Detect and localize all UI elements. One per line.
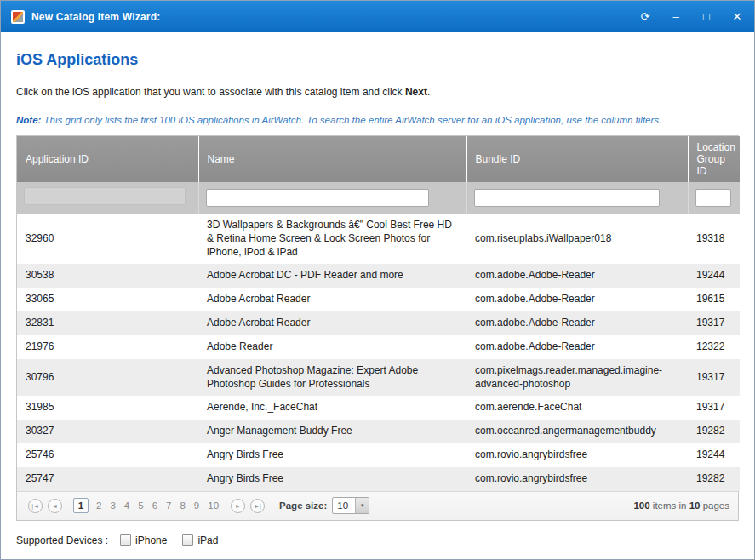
instruction-before: Click on the iOS application that you wa… <box>16 86 405 98</box>
ipad-option: iPad <box>182 534 218 546</box>
filter-application-id-input[interactable] <box>24 187 186 205</box>
cell-application-id: 25746 <box>17 443 198 467</box>
table-row[interactable]: 329603D Wallpapers & Backgrounds â€" Coo… <box>17 214 740 264</box>
first-page-button[interactable]: |◄ <box>28 499 43 513</box>
cell-name: Angry Birds Free <box>198 443 466 467</box>
cell-location-group-id: 19244 <box>688 443 740 467</box>
cell-name: Adobe Reader <box>198 335 466 359</box>
ipad-checkbox[interactable] <box>182 534 193 546</box>
pages-count: 10 <box>689 500 701 511</box>
cell-name: Adobe Acrobat DC - PDF Reader and more <box>198 264 466 288</box>
cell-bundle-id: com.adobe.Adobe-Reader <box>466 311 688 335</box>
applications-grid: Application ID Name Bundle ID Location G… <box>16 135 739 521</box>
page-size-label: Page size: <box>279 500 327 511</box>
cell-name: Aerende, Inc._FaceChat <box>198 396 466 420</box>
page-number-10[interactable]: 10 <box>208 500 219 511</box>
items-count: 100 <box>633 500 649 511</box>
minimize-icon[interactable]: – <box>669 11 683 22</box>
page-number-7[interactable]: 7 <box>166 500 171 511</box>
page-number-2[interactable]: 2 <box>96 500 101 511</box>
table-row[interactable]: 33065Adobe Acrobat Readercom.adobe.Adobe… <box>17 288 740 311</box>
cell-bundle-id: com.adobe.Adobe-Reader <box>466 335 688 359</box>
supported-devices-label: Supported Devices : <box>16 534 108 546</box>
note-label: Note: <box>16 115 41 125</box>
table-row[interactable]: 30538Adobe Acrobat DC - PDF Reader and m… <box>17 264 740 288</box>
page-number-3[interactable]: 3 <box>110 500 115 511</box>
table-row[interactable]: 30327Anger Management Buddy Freecom.ocea… <box>17 420 740 443</box>
instruction-after: . <box>427 86 430 98</box>
cell-name: Anger Management Buddy Free <box>198 420 466 443</box>
instruction-text: Click on the iOS application that you wa… <box>16 86 739 98</box>
cell-location-group-id: 19317 <box>688 311 740 335</box>
table-row[interactable]: 31985Aerende, Inc._FaceChatcom.aerende.F… <box>17 396 740 420</box>
pager-summary: 100 items in 10 pages <box>633 500 729 511</box>
column-header-name[interactable]: Name <box>198 136 466 182</box>
window-controls: ⟳ – □ ✕ <box>638 11 744 22</box>
summary-mid: items in <box>650 500 689 511</box>
next-page-button[interactable]: ► <box>231 499 245 513</box>
cell-bundle-id: com.oceanred.angermanagementbuddy <box>466 420 688 443</box>
cell-bundle-id: com.rovio.angrybirdsfree <box>466 443 688 467</box>
cell-application-id: 25747 <box>17 467 198 491</box>
note-text: Note: This grid only lists the first 100… <box>16 115 739 125</box>
cell-bundle-id: com.riseuplabs.iWallpaper018 <box>466 214 688 264</box>
window-title: New Catalog Item Wizard: <box>31 11 160 23</box>
note-body: This grid only lists the first 100 iOS a… <box>41 115 661 125</box>
table-row[interactable]: 21976Adobe Readercom.adobe.Adobe-Reader1… <box>17 335 740 359</box>
refresh-icon[interactable]: ⟳ <box>638 11 652 22</box>
page-size-control: Page size: 10 ▼ <box>279 497 369 514</box>
table-row[interactable]: 30796Advanced Photoshop Magazine: Expert… <box>17 359 740 397</box>
close-icon[interactable]: ✕ <box>730 11 744 22</box>
filter-row <box>17 182 740 214</box>
cell-bundle-id: com.aerende.FaceChat <box>466 396 688 420</box>
column-header-bundle-id[interactable]: Bundle ID <box>466 136 688 182</box>
cell-location-group-id: 19282 <box>688 420 740 443</box>
column-header-application-id[interactable]: Application ID <box>17 136 198 182</box>
cell-location-group-id: 12322 <box>688 335 740 359</box>
page-size-select[interactable]: 10 ▼ <box>332 497 369 514</box>
table-row[interactable]: 32831Adobe Acrobat Readercom.adobe.Adobe… <box>17 311 740 335</box>
table-row[interactable]: 25746Angry Birds Freecom.rovio.angrybird… <box>17 443 740 467</box>
cell-application-id: 31985 <box>17 396 198 420</box>
supported-devices-row: Supported Devices : iPhone iPad <box>16 534 739 546</box>
page-size-value: 10 <box>333 498 355 513</box>
page-title: iOS Applications <box>16 51 739 69</box>
header-row: Application ID Name Bundle ID Location G… <box>17 136 740 182</box>
filter-name-input[interactable] <box>206 189 429 207</box>
page-number-1[interactable]: 1 <box>73 498 89 513</box>
cell-location-group-id: 19317 <box>688 359 740 397</box>
page-number-9[interactable]: 9 <box>194 500 199 511</box>
filter-bundle-id-input[interactable] <box>474 189 660 207</box>
filter-location-group-id-input[interactable] <box>695 189 731 207</box>
cell-application-id: 32960 <box>17 214 198 264</box>
cell-location-group-id: 19282 <box>688 467 740 491</box>
cell-location-group-id: 19318 <box>688 214 740 264</box>
ipad-label: iPad <box>197 534 218 546</box>
maximize-icon[interactable]: □ <box>700 11 713 22</box>
cell-application-id: 30538 <box>17 264 198 288</box>
table-row[interactable]: 25747Angry Birds Freecom.rovio.angrybird… <box>17 467 740 491</box>
instruction-bold: Next <box>405 86 427 98</box>
cell-bundle-id: com.adobe.Adobe-Reader <box>466 264 688 288</box>
last-page-button[interactable]: ►| <box>250 499 265 513</box>
iphone-checkbox[interactable] <box>120 534 131 546</box>
column-header-location-group-id[interactable]: Location Group ID <box>688 136 740 182</box>
summary-end: pages <box>700 500 729 511</box>
chevron-down-icon[interactable]: ▼ <box>355 498 369 513</box>
prev-page-button[interactable]: ◄ <box>48 499 62 513</box>
cell-location-group-id: 19615 <box>688 288 740 311</box>
page-number-5[interactable]: 5 <box>138 500 143 511</box>
applications-table: Application ID Name Bundle ID Location G… <box>17 136 740 491</box>
app-table-body: 329603D Wallpapers & Backgrounds â€" Coo… <box>17 214 740 491</box>
page-number-6[interactable]: 6 <box>152 500 157 511</box>
cell-name: Angry Birds Free <box>198 467 466 491</box>
page-number-4[interactable]: 4 <box>124 500 129 511</box>
cell-name: Adobe Acrobat Reader <box>198 288 466 311</box>
cell-bundle-id: com.adobe.Adobe-Reader <box>466 288 688 311</box>
cell-application-id: 30796 <box>17 359 198 397</box>
app-icon <box>11 10 25 24</box>
cell-location-group-id: 19244 <box>688 264 740 288</box>
cell-location-group-id: 19317 <box>688 396 740 420</box>
wizard-body: iOS Applications Click on the iOS applic… <box>1 32 754 521</box>
page-number-8[interactable]: 8 <box>180 500 185 511</box>
